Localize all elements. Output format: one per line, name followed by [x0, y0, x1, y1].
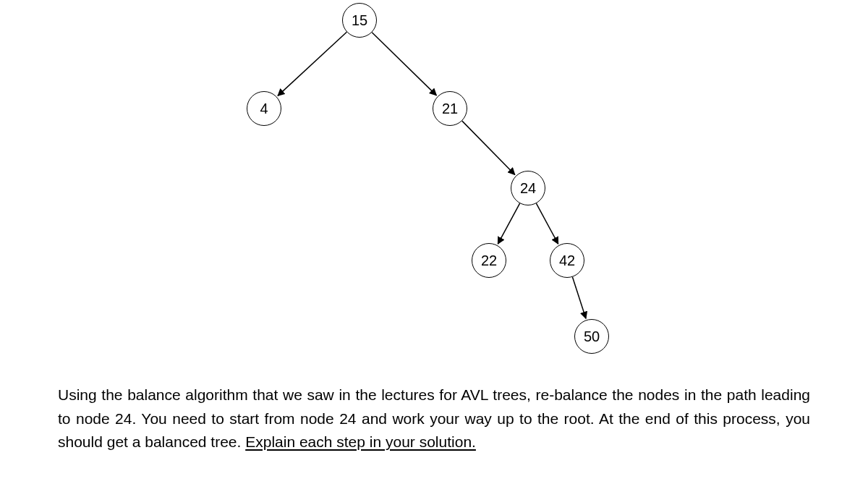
tree-node-42: 42 [550, 243, 584, 278]
page: 1542124224250 Using the balance algorith… [0, 0, 868, 484]
edge-42-50 [572, 277, 586, 318]
edge-24-42 [536, 203, 558, 244]
tree-diagram: 1542124224250 [0, 0, 868, 376]
edge-21-24 [462, 121, 515, 174]
tree-node-15: 15 [342, 3, 377, 38]
edge-15-4 [278, 32, 346, 95]
edge-15-21 [372, 33, 436, 95]
tree-edges [0, 0, 868, 376]
tree-node-21: 21 [433, 91, 467, 126]
question-instruction: Explain each step in your solution. [245, 433, 476, 450]
tree-node-50: 50 [574, 319, 609, 354]
edge-24-22 [498, 203, 519, 244]
question-text: Using the balance algorithm that we saw … [58, 383, 810, 454]
tree-node-22: 22 [472, 243, 506, 278]
tree-node-4: 4 [247, 91, 281, 126]
tree-node-24: 24 [511, 171, 545, 205]
